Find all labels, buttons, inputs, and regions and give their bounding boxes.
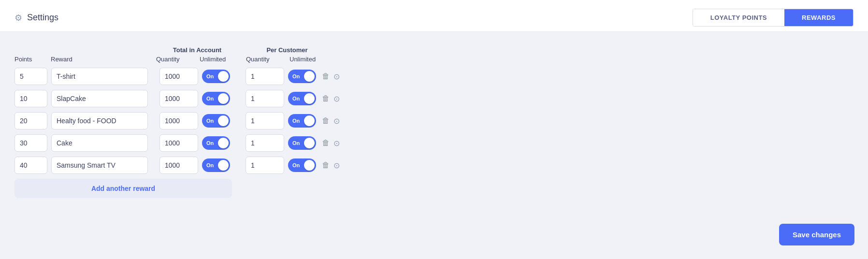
per-unlimited-subheader: Unlimited [289, 56, 328, 63]
info-icon-2[interactable]: ⊙ [333, 94, 340, 103]
reward-input-4[interactable] [51, 134, 148, 152]
points-input-5[interactable] [14, 157, 47, 174]
header: ⚙ Settings LOYALTY POINTS REWARDS [0, 0, 868, 32]
total-in-account-header: Total in Account Quantity Unlimited [156, 46, 238, 63]
per-unlimited-toggle-4[interactable]: On [288, 136, 316, 150]
col-reward-header: Reward [51, 56, 152, 63]
total-quantity-input-2[interactable] [159, 90, 198, 107]
header-left: ⚙ Settings [14, 13, 58, 23]
total-unlimited-toggle-3[interactable]: On [202, 114, 230, 128]
table-row: On On 🗑 ⊙ [14, 112, 854, 130]
points-input-3[interactable] [14, 112, 47, 130]
per-quantity-input-5[interactable] [246, 157, 284, 174]
main-content: Points Reward Total in Account Quantity … [0, 32, 868, 208]
table-row: On On 🗑 ⊙ [14, 134, 854, 152]
info-icon-3[interactable]: ⊙ [333, 116, 340, 126]
delete-icon-5[interactable]: 🗑 [322, 161, 330, 170]
col-points-header: Points [14, 56, 51, 63]
per-unlimited-toggle-1[interactable]: On [288, 70, 316, 83]
total-unlimited-toggle-4[interactable]: On [202, 136, 230, 150]
reward-input-5[interactable] [51, 157, 148, 174]
delete-icon-1[interactable]: 🗑 [322, 72, 330, 81]
tab-loyalty-points[interactable]: LOYALTY POINTS [693, 9, 784, 26]
total-quantity-subheader: Quantity [156, 56, 200, 63]
per-customer-header: Per Customer Quantity Unlimited [246, 46, 328, 63]
row-actions-1: 🗑 ⊙ [322, 72, 340, 81]
per-customer-title: Per Customer [266, 46, 307, 54]
reward-input-2[interactable] [51, 90, 148, 107]
per-quantity-input-2[interactable] [246, 90, 284, 107]
total-in-account-title: Total in Account [173, 46, 221, 54]
points-input-4[interactable] [14, 134, 47, 152]
per-quantity-input-1[interactable] [246, 68, 284, 85]
total-unlimited-toggle-1[interactable]: On [202, 70, 230, 83]
reward-input-3[interactable] [51, 112, 148, 130]
row-actions-2: 🗑 ⊙ [322, 94, 340, 103]
tab-rewards[interactable]: REWARDS [784, 9, 853, 26]
page: ⚙ Settings LOYALTY POINTS REWARDS Points… [0, 0, 868, 259]
info-icon-4[interactable]: ⊙ [333, 139, 340, 148]
total-quantity-input-4[interactable] [159, 134, 198, 152]
total-quantity-input-5[interactable] [159, 157, 198, 174]
total-unlimited-subheader: Unlimited [200, 56, 238, 63]
delete-icon-3[interactable]: 🗑 [322, 116, 330, 125]
delete-icon-2[interactable]: 🗑 [322, 94, 330, 103]
rewards-table: Points Reward Total in Account Quantity … [14, 46, 854, 198]
table-header: Points Reward Total in Account Quantity … [14, 46, 854, 63]
table-row: On On 🗑 ⊙ [14, 90, 854, 107]
row-actions-3: 🗑 ⊙ [322, 116, 340, 126]
add-reward-button[interactable]: Add another reward [14, 179, 232, 198]
delete-icon-4[interactable]: 🗑 [322, 139, 330, 147]
per-unlimited-toggle-2[interactable]: On [288, 92, 316, 105]
points-input-2[interactable] [14, 90, 47, 107]
points-input-1[interactable] [14, 68, 47, 85]
total-quantity-input-1[interactable] [159, 68, 198, 85]
table-row: On On 🗑 ⊙ [14, 68, 854, 85]
table-row: On On 🗑 ⊙ [14, 157, 854, 174]
total-unlimited-toggle-2[interactable]: On [202, 92, 230, 105]
per-quantity-subheader: Quantity [246, 56, 289, 63]
per-unlimited-toggle-3[interactable]: On [288, 114, 316, 128]
page-title: Settings [27, 13, 58, 23]
info-icon-5[interactable]: ⊙ [333, 161, 340, 170]
row-actions-5: 🗑 ⊙ [322, 161, 340, 170]
info-icon-1[interactable]: ⊙ [333, 72, 340, 81]
reward-input-1[interactable] [51, 68, 148, 85]
row-actions-4: 🗑 ⊙ [322, 139, 340, 148]
save-changes-button[interactable]: Save changes [779, 224, 854, 245]
tab-bar: LOYALTY POINTS REWARDS [693, 9, 854, 27]
gear-icon: ⚙ [14, 13, 22, 23]
per-quantity-input-4[interactable] [246, 134, 284, 152]
total-quantity-input-3[interactable] [159, 112, 198, 130]
per-unlimited-toggle-5[interactable]: On [288, 158, 316, 172]
total-unlimited-toggle-5[interactable]: On [202, 158, 230, 172]
per-quantity-input-3[interactable] [246, 112, 284, 130]
